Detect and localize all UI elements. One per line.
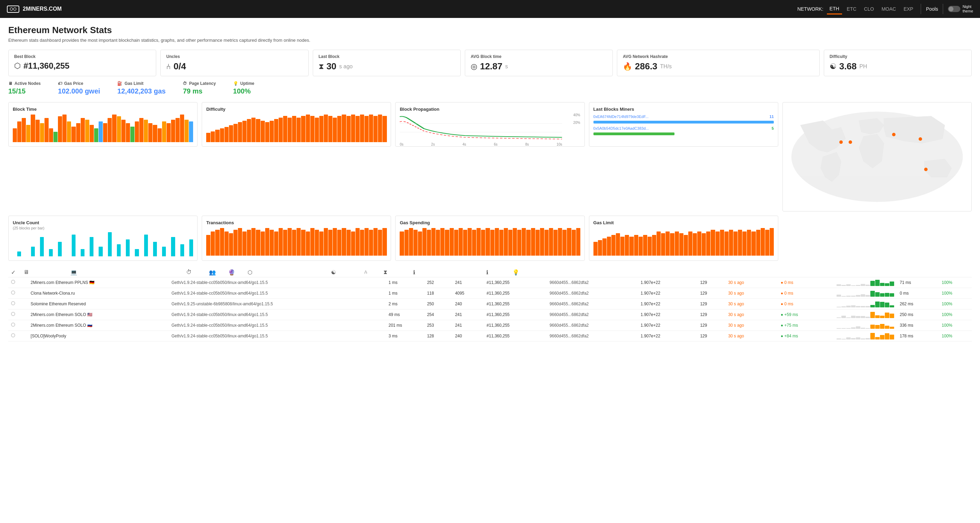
- stat-avg-block-time: AVG Block time ◎ 12.87 s: [465, 50, 613, 76]
- table-row: [SOLO]WoolyPooly Geth/v1.9.24-stable-cc0…: [8, 330, 972, 341]
- stat-uncles: Uncles ⑃ 0/4: [160, 50, 308, 76]
- active-nodes-stat: 🖥 Active Nodes 15/15: [8, 81, 41, 95]
- node-dot-cell: [8, 288, 28, 298]
- node-uncle-cell: 129: [697, 298, 725, 309]
- block-icon: ⬡: [248, 269, 278, 276]
- node-pending-cell: 240: [452, 298, 484, 309]
- node-client-cell: Geth/v1.9.24-stable-cc05b050/linux-amd64…: [169, 330, 386, 341]
- node-client-cell: Geth/v1.9.24-stable-cc05b050/linux-amd64…: [169, 309, 386, 320]
- node-uptime-cell: 100%: [939, 277, 972, 288]
- nodes-table: 2Miners.com Ethereum PPLNS 🇩🇪 Geth/v1.9.…: [8, 277, 972, 341]
- node-diff-cell: 1.907e+22: [638, 320, 698, 330]
- node-propagation-cell: ● +59 ms: [778, 309, 834, 320]
- node-table-section: ✓ 🖥 💻 ⏱ 👥 🔮 ⬡ ☯ ⑃ ⧗ ℹ ℹ 💡 2Miners.com Et…: [8, 268, 972, 341]
- charts-row2: Uncle Count (25 blocks per bar) Transact…: [8, 215, 972, 261]
- node-dot-cell: [8, 298, 28, 309]
- stat-best-block: Best Block ⬡ #11,360,255: [8, 50, 156, 76]
- nav-exp[interactable]: EXP: [901, 4, 916, 14]
- gas-price-value: 102.000 gwei: [58, 87, 100, 95]
- last-block-value: 30: [326, 61, 337, 72]
- node-last-block-cell: 30 s ago: [725, 298, 778, 309]
- gas-limit-chart: Gas Limit: [589, 215, 778, 261]
- last-block-col-icon: ⧗: [383, 269, 407, 275]
- node-sparkline-cell: [834, 288, 897, 298]
- node-uptime-cell: 100%: [939, 330, 972, 341]
- difficulty-value: 3.68: [839, 61, 857, 72]
- node-sparkline-cell: [834, 330, 897, 341]
- node-client-cell: Geth/v1.9.24-stable-cc05b050/linux-amd64…: [169, 288, 386, 298]
- peers-icon: 👥: [209, 269, 223, 276]
- latency2-icon: ℹ: [486, 269, 507, 276]
- node-uptime-cell: 100%: [939, 320, 972, 330]
- node-name-cell: Clona Network-Clona.ru: [28, 288, 169, 298]
- node-propagation-cell: ● +75 ms: [778, 320, 834, 330]
- difficulty-unit: PH: [859, 64, 867, 70]
- node-pending-cell: 241: [452, 277, 484, 288]
- nav-eth[interactable]: ETH: [827, 4, 842, 14]
- nav-moac[interactable]: MOAC: [879, 4, 899, 14]
- best-block-value: #11,360,255: [24, 61, 69, 71]
- table-row: 2Miners.com Ethereum PPLNS 🇩🇪 Geth/v1.9.…: [8, 277, 972, 288]
- night-theme-toggle[interactable]: Nighttheme: [948, 5, 973, 13]
- gas-limit-icon: ⛽: [117, 81, 123, 86]
- stat-last-block: Last Block ⧗ 30 s ago: [313, 50, 461, 76]
- uncles-value: 0/4: [173, 61, 186, 72]
- node-latency-cell: 1 ms: [386, 288, 425, 298]
- world-map: [783, 102, 972, 212]
- node-latency-cell: 2 ms: [386, 298, 425, 309]
- node-dot-cell: [8, 309, 28, 320]
- node-name-cell: 2Miners.com Ethereum SOLO 🇷🇺: [28, 320, 169, 330]
- node-hash-cell: 9660d455...6862dfa2: [547, 288, 638, 298]
- uptime-col-icon: 💡: [512, 269, 526, 276]
- node-hash-cell: 9660d455...6862dfa2: [547, 309, 638, 320]
- node-diff-cell: 1.907e+22: [638, 277, 698, 288]
- node-hash-cell: 9660d455...6862dfa2: [547, 330, 638, 341]
- stat-difficulty-label: Difficulty: [830, 54, 966, 59]
- node-propagation-cell: ● 0 ms: [778, 288, 834, 298]
- difficulty-icon: ☯: [830, 62, 837, 71]
- node-peers-cell: 252: [424, 277, 452, 288]
- stats-row2: 🖥 Active Nodes 15/15 🏷 Gas Price 102.000…: [8, 81, 972, 95]
- logo[interactable]: ⬡⬡ 2MINERS.COM: [7, 6, 62, 13]
- node-dot-cell: [8, 277, 28, 288]
- node-uncle-cell: 129: [697, 330, 725, 341]
- diff-icon: ☯: [331, 269, 359, 276]
- node-last-block-cell: 30 s ago: [725, 330, 778, 341]
- node-diff-cell: 1.907e+22: [638, 288, 698, 298]
- difficulty-chart-title: Difficulty: [206, 107, 387, 112]
- uptime-value: 100%: [233, 87, 255, 95]
- prop-icon: ℹ: [413, 269, 444, 276]
- node-page-latency-cell: 250 ms: [897, 309, 939, 320]
- nav-etc[interactable]: ETC: [844, 4, 859, 14]
- node-dot-cell: [8, 320, 28, 330]
- check-icon: ✓: [11, 269, 18, 276]
- uncles-icon: ⑃: [166, 62, 171, 71]
- page-latency-stat: ⏱ Page Latency 79 ms: [183, 81, 216, 95]
- node-last-block-cell: 30 s ago: [725, 320, 778, 330]
- uncle-count-chart: Uncle Count (25 blocks per bar): [8, 215, 197, 261]
- best-block-icon: ⬡: [14, 61, 21, 70]
- miner2-addr: 0x5A0b54D5dc17e0AadC383d...: [593, 126, 770, 131]
- node-page-latency-cell: 336 ms: [897, 320, 939, 330]
- uncle-count-title: Uncle Count: [13, 220, 193, 225]
- table-row: Solomine Ethereum Reserved Geth/v1.9.25-…: [8, 298, 972, 309]
- node-name-cell: 2Miners.com Ethereum PPLNS 🇩🇪: [28, 277, 169, 288]
- node-uncle-cell: 129: [697, 288, 725, 298]
- last-blocks-miners: Last Blocks Miners 0xEA674fdDe714fd979de…: [589, 102, 778, 147]
- pools-button[interactable]: Pools: [926, 6, 938, 12]
- network-label: NETWORK:: [797, 6, 823, 12]
- node-peers-cell: 253: [424, 320, 452, 330]
- stat-cards-row: Best Block ⬡ #11,360,255 Uncles ⑃ 0/4 La…: [8, 50, 972, 76]
- node-best-block-cell: #11,360,255: [484, 309, 547, 320]
- nav-clo[interactable]: CLO: [861, 4, 877, 14]
- transactions-chart: Transactions: [202, 215, 391, 261]
- page-latency-icon: ⏱: [183, 81, 187, 86]
- gas-limit-stat: ⛽ Gas Limit 12,402,203 gas: [117, 81, 165, 95]
- node-last-block-cell: 30 s ago: [725, 277, 778, 288]
- uncle-icon: ⑃: [364, 269, 378, 275]
- last-block-icon: ⧗: [319, 62, 324, 71]
- node-sparkline-cell: [834, 298, 897, 309]
- node-dot-cell: [8, 330, 28, 341]
- node-pending-cell: 240: [452, 330, 484, 341]
- gas-spending-title: Gas Spending: [400, 220, 580, 225]
